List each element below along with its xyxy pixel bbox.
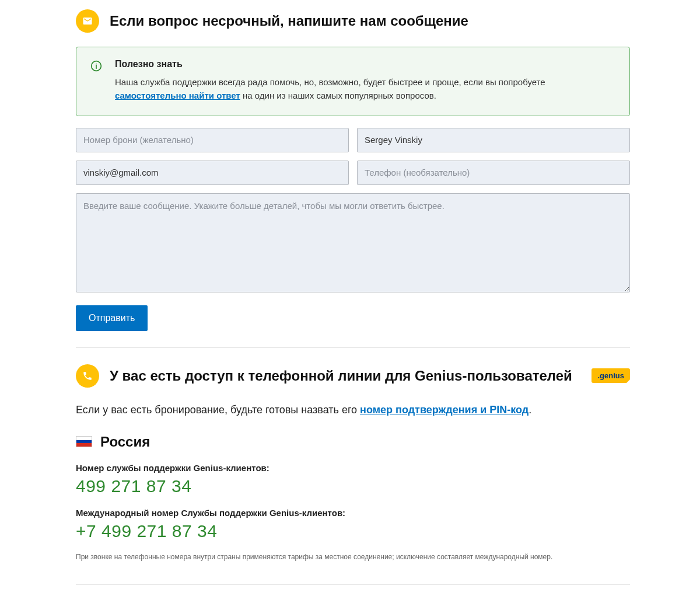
phone-section-header: У вас есть доступ к телефонной линии для… <box>76 364 630 388</box>
country-name: Россия <box>100 434 150 450</box>
intl-phone-number: +7 499 271 87 34 <box>76 521 630 541</box>
domestic-phone-number: 499 271 87 34 <box>76 476 630 496</box>
submit-button[interactable]: Отправить <box>76 305 148 331</box>
name-input[interactable] <box>357 128 630 152</box>
phone-heading: У вас есть доступ к телефонной линии для… <box>110 368 581 384</box>
intl-phone-block: Международный номер Службы поддержки Gen… <box>76 508 630 541</box>
info-title: Полезно знать <box>115 59 615 69</box>
lead-after: . <box>528 404 531 416</box>
info-text-before: Наша служба поддержки всегда рада помочь… <box>115 77 545 87</box>
domestic-phone-label: Номер службы поддержки Genius-клиентов: <box>76 463 630 473</box>
phone-section: У вас есть доступ к телефонной линии для… <box>76 364 630 585</box>
flag-russia-icon <box>76 436 92 447</box>
phone-input[interactable] <box>357 161 630 185</box>
message-section: Если вопрос несрочный, напишите нам сооб… <box>76 9 630 331</box>
form-row-2 <box>76 161 630 185</box>
email-input[interactable] <box>76 161 349 185</box>
info-text-after: на один из наших самых популярных вопрос… <box>240 90 436 100</box>
genius-badge: .genius <box>592 368 630 383</box>
svg-point-1 <box>96 63 97 64</box>
message-section-header: Если вопрос несрочный, напишите нам сооб… <box>76 9 630 33</box>
info-icon <box>90 60 102 72</box>
info-content: Полезно знать Наша служба поддержки всег… <box>115 59 615 103</box>
section-divider <box>76 347 630 348</box>
self-help-link[interactable]: самостоятельно найти ответ <box>115 90 240 100</box>
pin-link[interactable]: номер подтверждения и PIN-код <box>360 404 528 416</box>
bottom-divider <box>76 584 630 585</box>
domestic-phone-block: Номер службы поддержки Genius-клиентов: … <box>76 463 630 496</box>
message-heading: Если вопрос несрочный, напишите нам сооб… <box>110 13 468 29</box>
phone-lead-text: Если у вас есть бронирование, будьте гот… <box>76 404 630 416</box>
message-textarea[interactable] <box>76 193 630 292</box>
info-box: Полезно знать Наша служба поддержки всег… <box>76 47 630 116</box>
phone-icon <box>76 364 99 388</box>
country-header: Россия <box>76 434 630 450</box>
phone-disclaimer: При звонке на телефонные номера внутри с… <box>76 553 630 561</box>
lead-before: Если у вас есть бронирование, будьте гот… <box>76 404 360 416</box>
booking-number-input[interactable] <box>76 128 349 152</box>
mail-icon <box>76 9 99 33</box>
intl-phone-label: Международный номер Службы поддержки Gen… <box>76 508 630 518</box>
info-text: Наша служба поддержки всегда рада помочь… <box>115 75 615 103</box>
form-row-1 <box>76 128 630 152</box>
